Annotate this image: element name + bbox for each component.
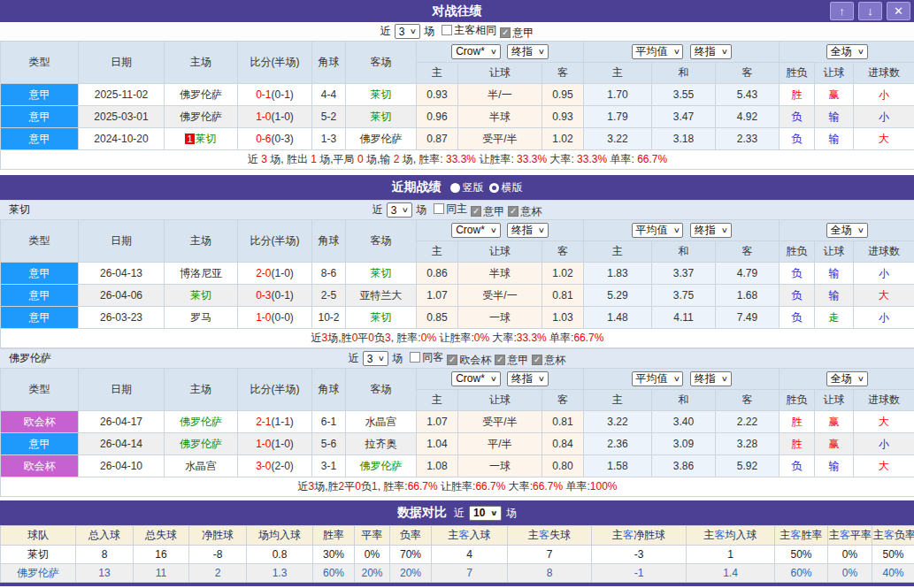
- col-type: 类型: [1, 42, 79, 84]
- radio-vertical-layout[interactable]: 竖版: [450, 180, 484, 195]
- final-odds-select[interactable]: 终指∨: [507, 371, 549, 386]
- table-cell: 1.58: [584, 455, 652, 477]
- col-r-handicap: 让球: [815, 241, 854, 263]
- table-cell: 输: [815, 455, 854, 477]
- scroll-up-button[interactable]: ↑: [830, 2, 854, 20]
- text-segment: 主: [528, 529, 539, 541]
- table-cell: 5-2: [312, 106, 346, 128]
- table-cell: -1: [592, 564, 687, 583]
- table-cell: 1.02: [542, 263, 584, 285]
- checkbox-主客相同[interactable]: 主客相同: [442, 23, 496, 38]
- table-row: 佛罗伦萨131121.360%20%20%78-11.460%0%40%: [1, 564, 914, 583]
- odds-company-select[interactable]: Crow*∨: [451, 223, 501, 238]
- col-h-home: 主: [417, 390, 458, 411]
- score-fulltime: 0-1: [256, 88, 271, 101]
- text-segment: , 胜率:: [378, 480, 408, 493]
- fiorentina-count-select[interactable]: 3 ∨: [363, 351, 389, 366]
- score-fulltime: 1-0: [256, 311, 271, 324]
- table-cell: 大: [854, 411, 914, 433]
- radio-horizontal-layout[interactable]: 横版: [489, 180, 523, 195]
- col-home: 主场: [165, 42, 238, 84]
- cell-text: 佛罗伦萨: [180, 416, 222, 428]
- checkbox-意杯[interactable]: ✓意杯: [508, 204, 541, 219]
- odds-company-select[interactable]: Crow*∨: [451, 371, 501, 386]
- table-cell: 0.96: [417, 106, 458, 128]
- cell-text: 佛罗伦萨: [180, 111, 222, 123]
- page-title: 对战往绩: [433, 4, 482, 19]
- table-row: 意甲26-04-06莱切0-3(0-1)2-5亚特兰大1.07受半/一0.815…: [1, 285, 914, 307]
- col-corner: 角球: [312, 369, 346, 411]
- text-segment: 3: [385, 332, 391, 344]
- table-cell: 受平/半: [458, 411, 542, 433]
- final-odds-select[interactable]: 终指∨: [690, 371, 732, 386]
- cell-text: 佛罗伦萨: [180, 438, 222, 450]
- scroll-down-button[interactable]: ↓: [858, 2, 882, 20]
- cell-text: 意甲: [29, 133, 50, 145]
- checkbox-同客[interactable]: 同客: [410, 350, 443, 365]
- lecce-count-select[interactable]: 3 ∨: [387, 202, 413, 218]
- checkbox-意甲[interactable]: ✓意甲: [495, 353, 528, 368]
- final-odds-select[interactable]: 终指∨: [507, 44, 549, 59]
- final-odds-select[interactable]: 终指∨: [690, 223, 732, 238]
- scope-select[interactable]: 全场∨: [826, 223, 868, 238]
- column-header: 主客均入球: [687, 526, 775, 546]
- average-select[interactable]: 平均值∨: [632, 371, 684, 386]
- text-segment: 0%: [474, 332, 489, 344]
- table-cell: 一球: [458, 307, 542, 329]
- scope-select[interactable]: 全场∨: [826, 371, 868, 386]
- chevron-down-icon: ∨: [490, 375, 497, 383]
- table-cell: 赢: [815, 411, 854, 433]
- table-cell: 1.83: [584, 263, 652, 285]
- close-button[interactable]: ✕: [887, 2, 910, 20]
- chevron-down-icon: ∨: [856, 48, 864, 56]
- text-segment: 失球: [549, 529, 571, 541]
- checkbox-意杯[interactable]: ✓意杯: [532, 353, 565, 368]
- checkbox-意甲[interactable]: ✓意甲: [500, 26, 534, 41]
- compare-count-select[interactable]: 10 ∨: [469, 506, 502, 521]
- table-cell: 3.22: [584, 128, 652, 150]
- cell-text: 大: [879, 460, 889, 472]
- final-odds-select[interactable]: 终指∨: [507, 223, 549, 238]
- col-home: 主场: [165, 369, 238, 411]
- table-cell: 3.40: [652, 411, 716, 433]
- average-select[interactable]: 平均值∨: [632, 44, 684, 59]
- red-card-badge: 1: [185, 134, 194, 144]
- odds-company-select[interactable]: Crow*∨: [451, 44, 501, 59]
- result-group-header: 全场∨: [780, 220, 914, 241]
- cell-text: 佛罗伦萨: [360, 133, 403, 145]
- cell-text: 莱切: [371, 311, 392, 324]
- text-segment: 让胜率:: [438, 480, 476, 493]
- table-cell: 0.86: [417, 263, 458, 285]
- table-cell: 半球: [458, 106, 542, 128]
- h2h-count-select[interactable]: 3 ∨: [395, 24, 421, 39]
- col-winloss: 胜负: [780, 390, 815, 411]
- text-segment: 均入球: [726, 529, 757, 541]
- checkbox-label: 主客相同: [454, 23, 496, 38]
- checkbox-同主[interactable]: 同主: [434, 202, 467, 217]
- checkbox-icon: [434, 203, 444, 214]
- text-segment: 主: [829, 529, 840, 541]
- final-odds-select[interactable]: 终指∨: [690, 44, 732, 59]
- chevron-down-icon: ∨: [538, 375, 545, 383]
- checkbox-icon: ✓: [447, 355, 457, 365]
- table-cell: 0.80: [542, 455, 584, 477]
- checkbox-意甲[interactable]: ✓意甲: [471, 204, 504, 219]
- cell-text: 赢: [829, 88, 840, 101]
- text-segment: 负率: [400, 529, 421, 541]
- table-cell: 7: [432, 564, 508, 583]
- text-segment: 0: [357, 153, 364, 165]
- table-cell: 赢: [815, 84, 854, 106]
- table-cell: 0.93: [542, 106, 584, 128]
- checkbox-欧会杯[interactable]: ✓欧会杯: [447, 353, 491, 368]
- average-select[interactable]: 平均值∨: [632, 223, 684, 238]
- table-row: 意甲26-03-23罗马1-0(0-0)10-2莱切0.85一球1.031.48…: [1, 307, 914, 329]
- select-value: 平均值: [636, 223, 668, 238]
- table-cell: 3.47: [652, 106, 716, 128]
- col-h-home: 主: [417, 241, 458, 263]
- text-segment: 负: [361, 480, 372, 493]
- table-cell: 水晶宫: [346, 411, 417, 433]
- table-cell: 7.49: [716, 307, 780, 329]
- team-name: 莱切: [9, 202, 30, 218]
- cell-text: 意甲: [29, 289, 50, 302]
- scope-select[interactable]: 全场∨: [826, 44, 868, 59]
